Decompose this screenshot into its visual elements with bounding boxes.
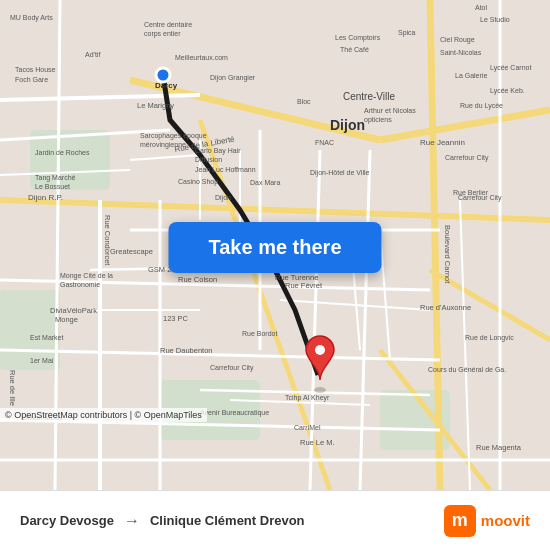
svg-text:opticiens: opticiens	[364, 116, 392, 124]
svg-text:Carrefour City: Carrefour City	[458, 194, 502, 202]
svg-text:Rue de Longvic: Rue de Longvic	[465, 334, 514, 342]
route-from: Darcy Devosge	[20, 513, 114, 528]
svg-text:Ciel Rouge: Ciel Rouge	[440, 36, 475, 44]
svg-line-13	[0, 130, 170, 140]
svg-line-10	[430, 270, 550, 340]
svg-text:Meilleurtaux.com: Meilleurtaux.com	[175, 54, 228, 61]
svg-point-111	[314, 387, 326, 393]
svg-text:Rue d'Auxonne: Rue d'Auxonne	[420, 303, 471, 312]
svg-text:Rue de la Liberté: Rue de la Liberté	[174, 134, 236, 154]
svg-text:123 PC: 123 PC	[163, 314, 189, 323]
svg-text:Rue Colson: Rue Colson	[178, 275, 217, 284]
svg-text:Les Comptoirs: Les Comptoirs	[335, 34, 381, 42]
svg-text:Dijon Grangier: Dijon Grangier	[210, 74, 256, 82]
svg-line-37	[0, 170, 130, 175]
moovit-brand-text: moovit	[481, 512, 530, 529]
svg-text:Rue Fèvret: Rue Fèvret	[285, 281, 323, 290]
svg-text:Rue Daubenton: Rue Daubenton	[160, 346, 213, 355]
svg-text:FNAC: FNAC	[315, 139, 334, 146]
svg-line-35	[230, 400, 370, 405]
svg-line-8	[0, 200, 550, 220]
svg-point-110	[156, 68, 170, 82]
svg-text:Diffusion: Diffusion	[195, 156, 222, 163]
svg-text:Spica: Spica	[398, 29, 416, 37]
svg-text:MU Body Arts: MU Body Arts	[10, 14, 53, 22]
svg-text:Atol: Atol	[475, 4, 488, 11]
svg-text:Le Bossuet: Le Bossuet	[35, 183, 70, 190]
bottom-bar: Darcy Devosge → Clinique Clément Drevon …	[0, 490, 550, 550]
svg-text:Dijon R.P.: Dijon R.P.	[28, 193, 63, 202]
svg-text:Monge Cité de la: Monge Cité de la	[60, 272, 113, 280]
svg-text:Tcihp Al Kheyr: Tcihp Al Kheyr	[285, 394, 330, 402]
svg-rect-1	[30, 130, 110, 190]
svg-text:Carrefour City: Carrefour City	[445, 154, 489, 162]
svg-text:Le Studio: Le Studio	[480, 16, 510, 23]
svg-line-12	[0, 95, 200, 100]
svg-text:corps entier: corps entier	[144, 30, 181, 38]
svg-text:Dijon-Hôtel de Ville: Dijon-Hôtel de Ville	[310, 169, 370, 177]
svg-text:Thé Café: Thé Café	[340, 46, 369, 53]
svg-text:Arthur et Nicolas: Arthur et Nicolas	[364, 107, 416, 114]
svg-text:Rue Berlier: Rue Berlier	[453, 189, 489, 196]
svg-text:Avenir Bureaucratique: Avenir Bureaucratique	[200, 409, 269, 417]
svg-line-11	[380, 350, 490, 490]
svg-line-5	[130, 80, 380, 140]
svg-line-17	[310, 150, 320, 490]
svg-text:Centre dentaire: Centre dentaire	[144, 21, 192, 28]
svg-text:CarriMel: CarriMel	[294, 424, 321, 431]
svg-text:Centre-Ville: Centre-Ville	[343, 91, 395, 102]
map-container: Dijon Centre-Ville Rue de la Liberté Bou…	[0, 0, 550, 490]
svg-text:Foch Gare: Foch Gare	[15, 76, 48, 83]
svg-text:mérovingienne: mérovingienne	[140, 141, 186, 149]
svg-text:Greatescape: Greatescape	[110, 247, 153, 256]
svg-text:Gastronomie: Gastronomie	[60, 281, 100, 288]
route-arrow-icon: →	[124, 512, 140, 530]
svg-line-19	[0, 280, 430, 290]
svg-text:Carrefour City: Carrefour City	[210, 364, 254, 372]
svg-line-20	[0, 350, 440, 360]
svg-text:Tacos House: Tacos House	[15, 66, 56, 73]
svg-rect-3	[380, 390, 450, 450]
svg-text:Est Market: Est Market	[30, 334, 64, 341]
svg-text:Sarcophages époque: Sarcophages époque	[140, 132, 207, 140]
svg-text:Lycée Carnot: Lycée Carnot	[490, 64, 531, 72]
svg-text:Rue Bordot: Rue Bordot	[242, 330, 277, 337]
svg-text:Rue Jeannin: Rue Jeannin	[420, 138, 465, 147]
svg-text:Rue du Lycée: Rue du Lycée	[460, 102, 503, 110]
svg-text:Saint-Nicolas: Saint-Nicolas	[440, 49, 482, 56]
moovit-logo: m moovit	[444, 505, 530, 537]
svg-text:Lycée Keb.: Lycée Keb.	[490, 87, 525, 95]
svg-text:Tang Marché: Tang Marché	[35, 174, 76, 182]
svg-text:Rue Magenta: Rue Magenta	[476, 443, 522, 452]
svg-line-18	[360, 150, 370, 490]
svg-text:Bloc: Bloc	[297, 98, 311, 105]
svg-text:Boulevard Carnot: Boulevard Carnot	[443, 225, 452, 284]
svg-text:Rue Condorcet: Rue Condorcet	[103, 215, 112, 266]
svg-text:Rue Le M.: Rue Le M.	[300, 438, 335, 447]
svg-line-33	[380, 230, 390, 360]
svg-line-36	[460, 200, 470, 490]
svg-text:Dijon: Dijon	[215, 194, 231, 202]
take-me-there-button[interactable]: Take me there	[168, 222, 381, 273]
svg-line-30	[130, 155, 200, 160]
svg-text:Ad'tif: Ad'tif	[85, 51, 100, 58]
svg-text:Rue Turenne: Rue Turenne	[275, 273, 318, 282]
moovit-icon: m	[444, 505, 476, 537]
svg-text:Dijon: Dijon	[330, 117, 365, 133]
svg-text:Rue de Ille: Rue de Ille	[8, 370, 17, 406]
route-to: Clinique Clément Drevon	[150, 513, 305, 528]
svg-text:Dax Mara: Dax Mara	[250, 179, 280, 186]
svg-text:Jardin de Roches: Jardin de Roches	[35, 149, 90, 156]
svg-rect-4	[0, 290, 60, 370]
svg-line-7	[430, 0, 440, 490]
map-attribution: © OpenStreetMap contributors | © OpenMap…	[0, 408, 207, 422]
svg-text:Casino Shop: Casino Shop	[178, 178, 218, 186]
svg-text:Carlo Bay Hair: Carlo Bay Hair	[195, 147, 241, 155]
svg-text:Jean Luc Hoffmann: Jean Luc Hoffmann	[195, 166, 256, 173]
svg-text:La Galerie: La Galerie	[455, 72, 487, 79]
svg-text:Monge: Monge	[55, 315, 78, 324]
route-info: Darcy Devosge → Clinique Clément Drevon	[20, 512, 305, 530]
svg-text:Cours du Général de Ga.: Cours du Général de Ga.	[428, 366, 506, 373]
svg-line-9	[200, 120, 330, 490]
svg-text:Le Marigny: Le Marigny	[137, 101, 174, 110]
